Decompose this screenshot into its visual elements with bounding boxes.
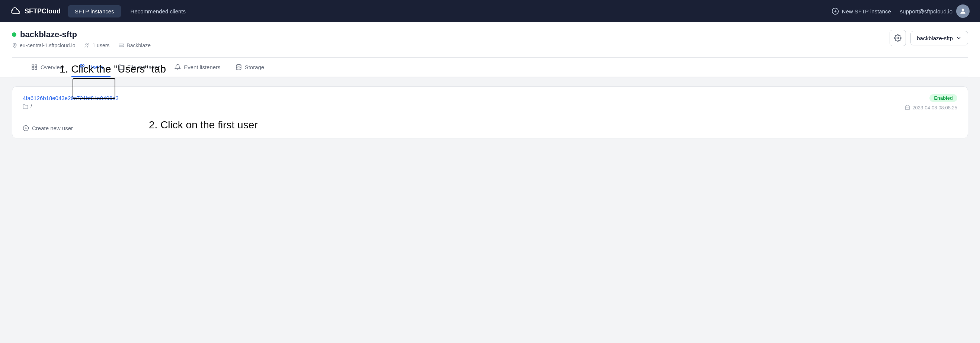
users-meta-icon [84,43,90,48]
user-id-link[interactable]: 4fa6126b18e043e29c721bf84e0406e3 [23,95,119,101]
svg-rect-10 [32,65,34,67]
tab-users[interactable]: Users [72,58,110,77]
file-manager-icon [118,64,124,70]
svg-point-9 [897,37,899,39]
svg-point-6 [88,43,89,45]
svg-rect-13 [35,67,37,69]
tab-storage[interactable]: Storage [228,58,272,77]
event-listeners-icon [175,64,181,70]
create-new-user-row[interactable]: Create new user [12,118,968,138]
user-row-right: Enabled 2023-04-08 08:08:25 [905,94,957,111]
svg-rect-11 [35,65,37,67]
chevron-down-icon [956,35,962,41]
folder-icon [23,104,28,110]
gear-icon [894,34,902,42]
instance-header-area: backblaze-sftp eu-central-1.sftpcloud.io [0,22,980,77]
storage-tab-icon [235,64,242,70]
users-card: 4fa6126b18e043e29c721bf84e0406e3 / Enabl… [12,86,968,138]
tab-overview[interactable]: Overview [24,58,72,77]
tab-overview-label: Overview [41,64,64,70]
main-area: 4fa6126b18e043e29c721bf84e0406e3 / Enabl… [0,77,980,147]
tab-file-manager-label: File manager [127,64,160,70]
svg-point-4 [14,44,15,45]
create-new-user-label: Create new user [32,125,73,131]
sftp-instances-nav-btn[interactable]: SFTP instances [68,5,121,17]
user-account[interactable]: support@sftpcloud.io [900,5,970,18]
instance-meta: eu-central-1.sftpcloud.io 1 users [12,43,151,48]
svg-point-3 [962,9,964,11]
meta-storage: Backblaze [118,43,151,48]
avatar [956,5,970,18]
settings-button[interactable] [889,30,906,46]
svg-point-5 [86,43,87,45]
instance-dropdown[interactable]: backblaze-sftp [910,31,968,45]
calendar-icon [905,105,910,110]
svg-rect-12 [32,67,34,69]
plus-circle-create-icon [23,125,29,131]
instance-name: backblaze-sftp [20,30,77,40]
cloud-icon [10,7,21,15]
navbar-right: New SFTP instance support@sftpcloud.io [832,5,970,18]
instance-title: backblaze-sftp [12,30,151,40]
user-path: / [23,103,119,110]
page-wrapper: SFTPCloud SFTP instances Recommended cli… [0,0,980,147]
tab-event-listeners-label: Event listeners [184,64,220,70]
navbar: SFTPCloud SFTP instances Recommended cli… [0,0,980,22]
tab-users-label: Users [89,64,103,70]
svg-point-14 [80,64,82,67]
users-tab-icon [79,64,86,70]
tab-file-manager[interactable]: File manager [110,58,167,77]
storage-meta-icon [118,43,124,48]
tab-event-listeners[interactable]: Event listeners [167,58,228,77]
status-dot [12,32,16,37]
svg-point-15 [236,64,241,66]
overview-icon [31,64,38,70]
brand: SFTPCloud [10,7,60,15]
location-icon [12,43,18,48]
date-label: 2023-04-08 08:08:25 [905,105,957,111]
meta-users: 1 users [84,43,110,48]
meta-region: eu-central-1.sftpcloud.io [12,43,75,48]
instance-header: backblaze-sftp eu-central-1.sftpcloud.io [12,30,968,48]
status-badge: Enabled [929,94,957,102]
svg-rect-7 [119,44,124,45]
svg-rect-8 [119,46,124,47]
tab-storage-label: Storage [245,64,264,70]
user-row-left: 4fa6126b18e043e29c721bf84e0406e3 / [23,95,119,110]
plus-circle-icon [832,8,839,15]
instance-actions: backblaze-sftp [889,30,968,46]
tabs-bar: Overview Users File manager [12,57,968,77]
user-row[interactable]: 4fa6126b18e043e29c721bf84e0406e3 / Enabl… [12,87,968,118]
svg-rect-16 [905,106,910,110]
user-avatar-icon [959,8,967,15]
instance-info: backblaze-sftp eu-central-1.sftpcloud.io [12,30,151,48]
recommended-clients-nav-btn[interactable]: Recommended clients [124,5,192,17]
new-sftp-instance-button[interactable]: New SFTP instance [832,8,891,15]
